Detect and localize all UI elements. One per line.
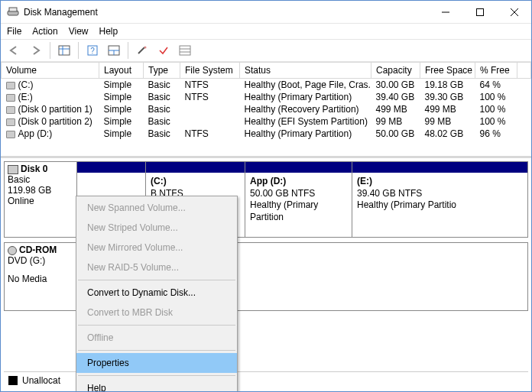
drive-icon: [6, 106, 15, 114]
col-volume[interactable]: Volume: [2, 63, 99, 79]
table-row[interactable]: (Disk 0 partition 2)SimpleBasicHealthy (…: [2, 115, 531, 128]
view-layout-icon[interactable]: [105, 41, 123, 60]
col-capacity[interactable]: Capacity: [371, 63, 420, 79]
col-pctfree[interactable]: % Free: [475, 63, 517, 79]
table-row[interactable]: (Disk 0 partition 1)SimpleBasicHealthy (…: [2, 103, 531, 115]
svg-rect-1: [9, 8, 17, 11]
app-icon: [7, 6, 19, 18]
back-button[interactable]: [5, 41, 24, 60]
disk0-part-2[interactable]: App (D:) 50.00 GB NTFS Healthy (Primary …: [245, 162, 352, 238]
svg-text:?: ?: [90, 47, 95, 55]
disk-icon: [8, 165, 18, 174]
menu-separator: [78, 375, 235, 376]
col-status[interactable]: Status: [240, 63, 371, 79]
minimize-button[interactable]: [428, 1, 462, 23]
menu-separator: [78, 350, 235, 351]
toolbar: ?: [1, 39, 531, 62]
cdrom-drive: DVD (G:): [8, 255, 73, 266]
col-filesystem[interactable]: File System: [180, 63, 240, 79]
close-button[interactable]: [497, 1, 531, 23]
settings-wand-icon[interactable]: [133, 41, 151, 60]
menu-view[interactable]: View: [69, 26, 89, 37]
menu-separator: [78, 325, 235, 326]
list-view-icon[interactable]: [176, 41, 194, 60]
context-menu-item[interactable]: Properties: [76, 353, 237, 373]
table-row[interactable]: (E:)SimpleBasicNTFSHealthy (Primary Part…: [2, 91, 531, 103]
disk0-state: Online: [8, 196, 73, 206]
context-menu-item[interactable]: Convert to Dynamic Disk...: [76, 283, 237, 303]
context-menu-item: New RAID-5 Volume...: [76, 258, 237, 277]
col-type[interactable]: Type: [144, 63, 180, 79]
context-menu-item: New Mirrored Volume...: [76, 238, 237, 258]
svg-rect-3: [476, 8, 483, 15]
part-title: (E:): [357, 176, 372, 186]
check-icon[interactable]: [154, 41, 173, 60]
context-menu-item[interactable]: Help: [76, 378, 237, 392]
disk0-part-3[interactable]: (E:) 39.40 GB NTFS Healthy (Primary Part…: [352, 162, 528, 238]
drive-icon: [6, 118, 15, 126]
disk0-size: 119.98 GB: [8, 185, 73, 196]
help-icon[interactable]: ?: [83, 41, 102, 60]
menu-help[interactable]: Help: [99, 26, 118, 37]
legend-unallocated: Unallocat: [22, 375, 60, 386]
svg-point-15: [144, 47, 147, 49]
view-large-icon[interactable]: [55, 41, 73, 60]
context-menu-item: Convert to MBR Disk: [76, 303, 237, 322]
titlebar: Disk Management: [1, 1, 531, 24]
menu-action[interactable]: Action: [32, 26, 57, 37]
disk0-label: Disk 0: [21, 164, 47, 174]
legend-swatch-unallocated: [8, 376, 18, 385]
part-title: (C:): [151, 176, 167, 186]
window-title: Disk Management: [24, 7, 428, 18]
context-menu-item: New Striped Volume...: [76, 218, 237, 238]
disk0-type: Basic: [8, 174, 73, 185]
drive-icon: [6, 131, 15, 138]
svg-rect-6: [59, 46, 70, 55]
menu-separator: [78, 280, 235, 280]
drive-icon: [6, 82, 15, 89]
maximize-button[interactable]: [462, 1, 497, 23]
col-layout[interactable]: Layout: [99, 63, 144, 79]
cdrom-icon: [8, 246, 17, 255]
svg-line-14: [138, 47, 144, 53]
menubar: File Action View Help: [1, 24, 531, 39]
context-menu-item: New Spanned Volume...: [76, 198, 237, 218]
cdrom-header[interactable]: CD-ROM DVD (G:) No Media: [4, 243, 77, 311]
forward-button[interactable]: [27, 41, 45, 60]
disk0-header[interactable]: Disk 0 Basic 119.98 GB Online: [4, 162, 77, 238]
table-row[interactable]: App (D:)SimpleBasicNTFSHealthy (Primary …: [2, 128, 531, 140]
menu-file[interactable]: File: [7, 26, 21, 37]
cdrom-state: No Media: [8, 274, 73, 284]
part-title: App (D:): [250, 176, 286, 186]
context-menu[interactable]: New Spanned Volume...New Striped Volume.…: [76, 196, 238, 392]
svg-rect-16: [180, 46, 190, 55]
drive-icon: [6, 94, 15, 102]
table-row[interactable]: (C:)SimpleBasicNTFSHealthy (Boot, Page F…: [2, 79, 531, 92]
col-freespace[interactable]: Free Space: [420, 63, 475, 79]
context-menu-item: Offline: [76, 328, 237, 348]
volume-list[interactable]: Volume Layout Type File System Status Ca…: [1, 62, 531, 158]
cdrom-label: CD-ROM: [19, 245, 57, 255]
